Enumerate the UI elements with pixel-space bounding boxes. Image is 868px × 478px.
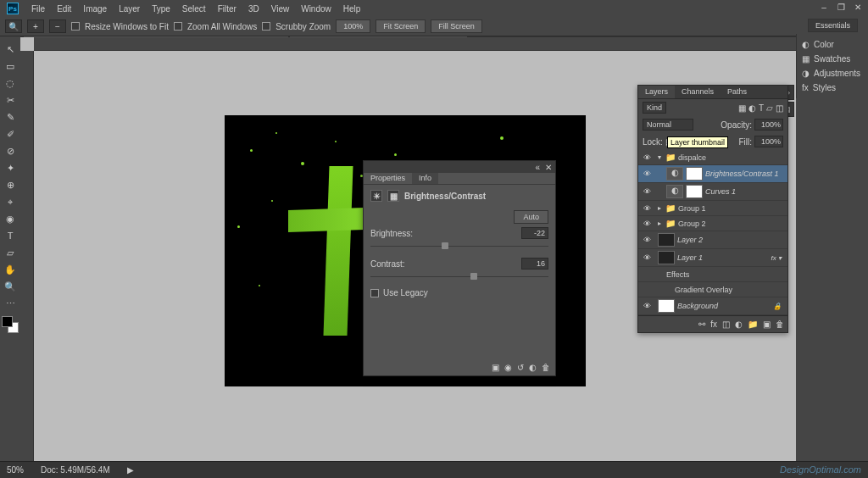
tool-5[interactable]: ✐ (2, 126, 19, 142)
layer-row[interactable]: 👁Layer 1fx ▾ (638, 249, 787, 267)
menu-help[interactable]: Help (337, 2, 367, 16)
properties-panel[interactable]: « ✕ Properties Info ☀ ▦ Brightness/Contr… (363, 160, 556, 376)
layer-name[interactable]: Background (677, 302, 718, 310)
new-layer-icon[interactable]: ▣ (763, 320, 771, 329)
layers-panel-group[interactable]: LayersChannelsPaths Kind ▦ ◐ T ▱ ◫ Norma… (637, 85, 788, 333)
layer-name[interactable]: Layer 2 (677, 236, 703, 244)
visibility-icon[interactable]: 👁 (641, 187, 653, 196)
view-previous-icon[interactable]: ◉ (504, 363, 512, 372)
tool-10[interactable]: ◉ (2, 211, 19, 226)
tool-14[interactable]: 🔍 (2, 279, 19, 294)
brightness-value[interactable]: -22 (521, 227, 548, 239)
layer-name[interactable]: Layer 1 (677, 253, 703, 262)
zoom-100-button[interactable]: 100% (336, 19, 370, 33)
menu-filter[interactable]: Filter (212, 2, 242, 16)
zoom-in-icon[interactable]: + (27, 19, 44, 33)
tool-0[interactable]: ↖ (2, 42, 19, 57)
tool-11[interactable]: T (2, 228, 19, 243)
tab-layers[interactable]: Layers (638, 86, 675, 98)
mask-thumb[interactable] (686, 185, 703, 198)
filter-type-icon[interactable]: T (759, 103, 764, 113)
visibility-icon[interactable]: 👁 (641, 253, 653, 262)
contrast-slider[interactable] (370, 273, 548, 281)
visibility-icon[interactable]: 👁 (641, 153, 653, 162)
reset-icon[interactable]: ↺ (517, 363, 524, 372)
visibility-icon[interactable]: 👁 (641, 302, 653, 310)
tool-15[interactable]: ⋯ (2, 296, 19, 311)
layer-name[interactable]: Gradient Overlay (675, 286, 732, 294)
layer-thumb[interactable] (658, 233, 675, 247)
filter-kind-select[interactable]: Kind (643, 102, 666, 114)
ruler-vertical[interactable] (20, 51, 34, 461)
layer-row[interactable]: 👁Layer 2 (638, 231, 787, 249)
layer-fx-icon[interactable]: fx (710, 320, 717, 329)
layer-row[interactable]: 👁◐Curves 1 (638, 183, 787, 201)
visibility-icon[interactable]: 👁 (641, 236, 653, 244)
menu-3d[interactable]: 3D (242, 2, 265, 16)
fill-input[interactable]: 100% (754, 136, 783, 147)
fill-screen-button[interactable]: Fill Screen (431, 19, 482, 33)
layer-row[interactable]: Effects (638, 267, 787, 282)
panel-close-icon[interactable]: ✕ (545, 163, 552, 172)
disclosure-icon[interactable]: ▸ (658, 220, 663, 227)
tool-4[interactable]: ✎ (2, 109, 19, 125)
minimize-button[interactable]: – (819, 3, 829, 11)
tab-channels[interactable]: Channels (675, 86, 721, 98)
status-arrow-icon[interactable]: ▶ (127, 465, 134, 475)
new-group-icon[interactable]: 📁 (748, 320, 758, 329)
menu-type[interactable]: Type (146, 2, 176, 16)
resize-fit-checkbox[interactable] (71, 22, 80, 31)
scrubby-checkbox[interactable] (262, 22, 270, 31)
menu-edit[interactable]: Edit (51, 2, 77, 16)
dock-color[interactable]: ◐Color (797, 37, 868, 52)
maximize-button[interactable]: ❐ (836, 3, 846, 11)
layer-mask-icon[interactable]: ◫ (722, 320, 730, 329)
tool-1[interactable]: ▭ (2, 58, 19, 74)
tool-6[interactable]: ⊘ (2, 143, 19, 158)
menu-window[interactable]: Window (295, 2, 337, 16)
close-button[interactable]: ✕ (853, 3, 863, 11)
delete-layer-icon[interactable]: 🗑 (776, 320, 784, 329)
tool-2[interactable]: ◌ (2, 75, 19, 91)
layer-name[interactable]: Effects (666, 270, 689, 279)
tool-3[interactable]: ✂ (2, 92, 19, 108)
layer-row[interactable]: 👁▸📁Group 2 (638, 216, 787, 231)
layer-name[interactable]: Group 2 (678, 220, 706, 228)
dock-swatches[interactable]: ▦Swatches (797, 52, 868, 66)
fit-screen-button[interactable]: Fit Screen (376, 19, 426, 33)
link-layers-icon[interactable]: ⚯ (698, 320, 705, 329)
layer-name[interactable]: dispalce (678, 153, 706, 162)
delete-adjustment-icon[interactable]: 🗑 (542, 363, 550, 372)
tool-8[interactable]: ⊕ (2, 177, 19, 192)
layer-thumb[interactable] (658, 299, 675, 313)
tab-info[interactable]: Info (412, 173, 438, 184)
contrast-value[interactable]: 16 (521, 258, 548, 270)
brightness-slider[interactable] (370, 242, 548, 251)
filter-pixel-icon[interactable]: ▦ (738, 103, 746, 113)
fg-color-swatch[interactable] (2, 316, 13, 327)
filter-smart-icon[interactable]: ◫ (776, 103, 783, 113)
adj-icon[interactable]: ◐ (666, 185, 683, 198)
adj-icon[interactable]: ◐ (666, 167, 683, 181)
status-zoom[interactable]: 50% (7, 465, 24, 475)
zoom-out-icon[interactable]: − (49, 19, 66, 33)
clip-to-layer-icon[interactable]: ▣ (492, 363, 499, 372)
menu-view[interactable]: View (265, 2, 296, 16)
toggle-visibility-icon[interactable]: ◐ (529, 363, 537, 372)
visibility-icon[interactable]: 👁 (641, 170, 653, 178)
visibility-icon[interactable]: 👁 (641, 204, 653, 213)
adjustment-layer-icon[interactable]: ◐ (735, 320, 743, 329)
layer-thumb[interactable] (658, 251, 675, 264)
blend-mode-select[interactable]: Normal (643, 119, 693, 131)
layer-name[interactable]: Brightness/Contrast 1 (705, 170, 779, 178)
disclosure-icon[interactable]: ▸ (658, 204, 663, 212)
opacity-input[interactable]: 100% (754, 119, 783, 131)
zoom-tool-icon[interactable]: 🔍 (5, 19, 22, 33)
layer-row[interactable]: 👁Background🔒 (638, 297, 787, 315)
menu-image[interactable]: Image (77, 2, 113, 16)
tool-12[interactable]: ▱ (2, 245, 19, 260)
disclosure-icon[interactable]: ▾ (658, 153, 663, 161)
menu-file[interactable]: File (25, 2, 51, 16)
tab-properties[interactable]: Properties (364, 173, 412, 184)
status-doc-size[interactable]: Doc: 5.49M/56.4M (41, 465, 110, 475)
